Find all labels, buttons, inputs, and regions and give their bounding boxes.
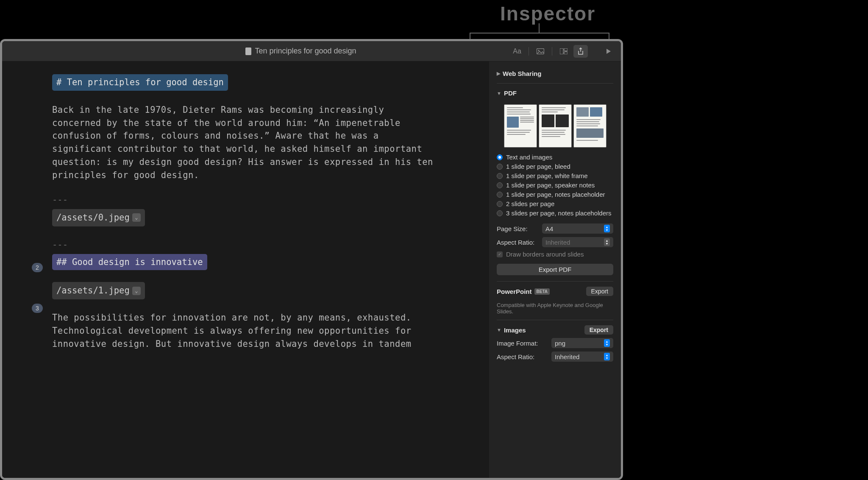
aspect-ratio-select[interactable]: Inherited▲▼: [542, 237, 613, 247]
document-icon: [245, 47, 251, 55]
hr-token[interactable]: ---: [52, 238, 434, 251]
content-area: 2 3 # Ten principles for good design Bac…: [2, 61, 621, 478]
powerpoint-row: PowerPoint BETA Export: [497, 283, 613, 299]
aspect-ratio-label: Aspect Ratio:: [497, 239, 534, 246]
draw-borders-checkbox-row[interactable]: ✓ Draw borders around slides: [497, 251, 613, 258]
svg-rect-3: [564, 48, 568, 51]
radio-label: 1 slide per page, bleed: [506, 163, 570, 170]
powerpoint-label: PowerPoint: [497, 288, 532, 295]
divider: [497, 83, 613, 84]
radio-label: 1 slide per page, notes placeholder: [506, 191, 605, 198]
export-images-button[interactable]: Export: [584, 325, 613, 335]
pdf-thumb-3[interactable]: [573, 104, 606, 148]
image-aspect-ratio-label: Aspect Ratio:: [497, 353, 534, 360]
divider: [497, 320, 613, 320]
image-toolbar-button[interactable]: [533, 45, 548, 58]
page-size-select[interactable]: A4▲▼: [542, 223, 613, 234]
layout-toolbar-button[interactable]: [556, 45, 571, 58]
chevron-right-icon: ▶: [497, 71, 500, 76]
radio-icon: [497, 173, 503, 179]
markdown-editor[interactable]: 2 3 # Ten principles for good design Bac…: [2, 61, 489, 478]
powerpoint-hint: Compatible with Apple Keynote and Google…: [497, 302, 613, 315]
pdf-layout-thumbnails: [497, 101, 613, 153]
pdf-thumb-2[interactable]: [539, 104, 572, 148]
image-format-select[interactable]: png▲▼: [551, 338, 613, 348]
stepper-icon: ▲▼: [604, 225, 610, 232]
radio-label: Text and images: [506, 153, 552, 161]
share-icon: [578, 47, 584, 55]
callout-line: [539, 23, 540, 33]
inspector-overlay-label: Inspector: [500, 2, 595, 25]
image-icon: [537, 48, 544, 54]
font-style-button[interactable]: Aa: [510, 45, 524, 58]
inspector-panel: ▶ Web Sharing ▼ PDF: [489, 61, 621, 478]
select-value: Inherited: [555, 353, 579, 360]
page-size-row: Page Size: A4▲▼: [497, 223, 613, 234]
paragraph-1[interactable]: Back in the late 1970s, Dieter Rams was …: [52, 103, 434, 182]
svg-rect-4: [564, 52, 568, 54]
stepper-icon: ▲▼: [604, 339, 610, 347]
radio-icon: [497, 210, 503, 216]
play-toolbar-button[interactable]: [601, 45, 616, 58]
pdf-option-3-slides[interactable]: 3 slides per page, notes placeholders: [497, 209, 613, 217]
pdf-option-speaker-notes[interactable]: 1 slide per page, speaker notes: [497, 181, 613, 189]
export-powerpoint-button[interactable]: Export: [586, 287, 613, 296]
toolbar-separator: [529, 47, 529, 56]
chevron-down-icon: ▼: [497, 91, 501, 96]
pdf-label: PDF: [504, 89, 517, 97]
window-title: Ten principles for good design: [255, 47, 356, 56]
checkbox-icon: ✓: [497, 251, 503, 257]
asset-path: /assets/1.jpeg: [56, 284, 130, 297]
radio-icon: [497, 201, 503, 207]
pdf-option-bleed[interactable]: 1 slide per page, bleed: [497, 163, 613, 170]
slide-badge-2[interactable]: 2: [32, 263, 43, 272]
hr-token[interactable]: ---: [52, 193, 434, 207]
export-pdf-button[interactable]: Export PDF: [497, 264, 613, 275]
svg-rect-2: [560, 48, 563, 54]
page-size-label: Page Size:: [497, 225, 528, 232]
slide-badge-3[interactable]: 3: [32, 304, 43, 313]
play-icon: [606, 48, 611, 54]
paragraph-2[interactable]: The possibilities for innovation are not…: [52, 311, 434, 350]
checkbox-label: Draw borders around slides: [506, 251, 584, 258]
radio-icon: [497, 164, 503, 170]
radio-icon: [497, 182, 503, 188]
aspect-ratio-row: Aspect Ratio: Inherited▲▼: [497, 237, 613, 247]
pdf-option-2-slides[interactable]: 2 slides per page: [497, 200, 613, 207]
select-value: Inherited: [545, 239, 570, 246]
radio-label: 2 slides per page: [506, 200, 554, 207]
share-toolbar-button[interactable]: [573, 45, 588, 58]
asset-token-1[interactable]: /assets/1.jpeg⌄: [52, 282, 145, 299]
stepper-icon: ▲▼: [604, 353, 610, 360]
image-format-label: Image Format:: [497, 340, 538, 347]
toolbar-separator: [552, 47, 552, 56]
heading-1-token[interactable]: # Ten principles for good design: [52, 74, 228, 91]
heading-2-token[interactable]: ## Good design is innovative: [52, 254, 207, 271]
radio-label: 1 slide per page, white frame: [506, 172, 588, 179]
svg-point-1: [538, 50, 540, 51]
pdf-option-white-frame[interactable]: 1 slide per page, white frame: [497, 172, 613, 179]
pdf-thumb-1[interactable]: [504, 104, 537, 148]
app-window: Ten principles for good design Aa 2 3: [0, 39, 623, 480]
chevron-down-icon[interactable]: ⌄: [132, 287, 141, 295]
chevron-down-icon[interactable]: ⌄: [132, 213, 141, 222]
window-title-group: Ten principles for good design: [245, 47, 356, 56]
stepper-icon: ▲▼: [604, 238, 610, 246]
radio-icon: [497, 192, 503, 198]
font-icon: Aa: [513, 47, 521, 55]
pdf-section-header[interactable]: ▼ PDF: [497, 85, 613, 101]
pdf-option-text-images[interactable]: Text and images: [497, 153, 613, 161]
beta-badge: BETA: [534, 288, 550, 295]
radio-label: 1 slide per page, speaker notes: [506, 181, 595, 189]
radio-icon: [497, 154, 503, 160]
pdf-layout-radio-group: Text and images 1 slide per page, bleed …: [497, 153, 613, 217]
image-aspect-ratio-row: Aspect Ratio: Inherited▲▼: [497, 352, 613, 362]
web-sharing-section-header[interactable]: ▶ Web Sharing: [497, 66, 613, 81]
radio-label: 3 slides per page, notes placeholders: [506, 209, 612, 217]
images-section-header[interactable]: ▼ Images Export: [497, 322, 613, 338]
pdf-option-notes-placeholder[interactable]: 1 slide per page, notes placeholder: [497, 191, 613, 198]
image-aspect-ratio-select[interactable]: Inherited▲▼: [551, 352, 613, 362]
chevron-down-icon: ▼: [497, 327, 501, 332]
asset-token-0[interactable]: /assets/0.jpeg⌄: [52, 209, 145, 226]
web-sharing-label: Web Sharing: [503, 70, 541, 77]
